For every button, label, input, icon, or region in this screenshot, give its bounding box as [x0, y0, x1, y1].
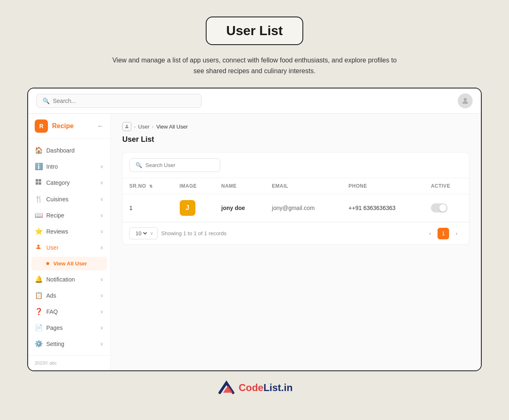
table-container: 🔍 SR.NO ⇅ IMAGE NAME EMAIL PHONE ACTIVE — [122, 152, 469, 245]
col-email: EMAIL — [265, 178, 342, 194]
cell-srno: 1 — [123, 194, 173, 222]
sidebar-item-pages[interactable]: 📄 Pages ∨ — [28, 320, 110, 336]
table-row: 1 J jony doe jony@gmail.com ++9 — [123, 194, 469, 222]
active-toggle[interactable] — [431, 203, 447, 212]
ads-icon: 📋 — [35, 291, 42, 299]
faq-icon: ❓ — [35, 308, 42, 315]
category-icon — [35, 179, 42, 187]
home-icon: 🏠 — [35, 146, 42, 154]
cell-email: jony@gmail.com — [265, 194, 342, 222]
svg-rect-3 — [36, 182, 38, 185]
user-avatar-cell: J — [180, 200, 195, 216]
user-icon — [35, 243, 42, 252]
sidebar-item-ads[interactable]: 📋 Ads ∨ — [28, 287, 110, 303]
sidebar-item-faq[interactable]: ❓ FAQ ∨ — [28, 303, 110, 320]
sidebar-item-setting[interactable]: ⚙️ Setting ∨ — [28, 336, 110, 352]
codelist-brand: CodeList.in — [216, 379, 293, 396]
search-user-field[interactable]: 🔍 — [129, 158, 220, 172]
sidebar-item-user[interactable]: User ∧ — [28, 239, 110, 256]
col-image: IMAGE — [173, 178, 215, 194]
codelist-text: CodeList.in — [239, 382, 293, 394]
sidebar-subitem-view-all-user[interactable]: View All User — [31, 257, 107, 270]
chevron-up-icon: ∧ — [100, 245, 104, 251]
page-title: User List — [226, 23, 283, 38]
sidebar-item-recipe[interactable]: 📖 Recipe ∨ — [28, 207, 110, 223]
top-search-bar[interactable]: 🔍 — [36, 94, 202, 108]
chevron-down-icon: ∨ — [100, 196, 104, 202]
setting-icon: ⚙️ — [35, 340, 42, 348]
sidebar-footer: 2023© abc — [28, 355, 110, 370]
sidebar: R Recipe ← 🏠 Dashboard ℹ️ Intro ∨ — [28, 114, 111, 370]
sidebar-item-reviews[interactable]: ⭐ Reviews ∨ — [28, 223, 110, 239]
cell-active — [424, 194, 469, 222]
table-footer: 10 25 50 ∨ Showing 1 to 1 of 1 records ‹… — [123, 222, 469, 244]
active-dot — [46, 262, 49, 265]
sidebar-collapse-button[interactable]: ← — [97, 122, 104, 130]
user-avatar[interactable] — [458, 93, 473, 108]
cuisines-icon: 🍴 — [35, 195, 42, 203]
chevron-down-icon: ∨ — [150, 231, 153, 236]
svg-rect-2 — [39, 179, 41, 182]
notification-icon: 🔔 — [35, 275, 42, 283]
col-active: ACTIVE — [424, 178, 469, 194]
pagination-prev-button[interactable]: ‹ — [424, 228, 436, 239]
chevron-down-icon: ∨ — [100, 309, 104, 315]
logo-text: Recipe — [52, 122, 74, 130]
sidebar-logo: R Recipe ← — [28, 114, 110, 139]
search-user-icon: 🔍 — [136, 162, 142, 168]
chevron-down-icon: ∨ — [100, 212, 104, 218]
pagination-page-1-button[interactable]: 1 — [438, 228, 449, 239]
col-name: NAME — [215, 178, 266, 194]
records-info: Showing 1 to 1 of 1 records — [161, 230, 421, 236]
breadcrumb-home-icon — [122, 122, 131, 131]
sidebar-nav: 🏠 Dashboard ℹ️ Intro ∨ Category ∨ 🍴 — [28, 139, 110, 355]
sidebar-item-dashboard[interactable]: 🏠 Dashboard — [28, 142, 110, 158]
sidebar-item-notification[interactable]: 🔔 Notification ∨ — [28, 271, 110, 287]
recipe-icon: 📖 — [35, 211, 42, 219]
col-phone: PHONE — [342, 178, 424, 194]
per-page-dropdown[interactable]: 10 25 50 — [134, 230, 148, 237]
logo-icon: R — [35, 119, 48, 133]
chevron-down-icon: ∨ — [100, 293, 104, 298]
search-user-input[interactable] — [145, 162, 214, 168]
page-description: View and manage a list of app users, con… — [110, 55, 399, 76]
chevron-down-icon: ∨ — [100, 229, 104, 234]
chevron-down-icon: ∨ — [100, 325, 104, 331]
search-icon: 🔍 — [43, 98, 50, 104]
main-content: › User › View All User User List 🔍 — [111, 114, 481, 370]
codelist-logo-icon — [216, 379, 236, 396]
table-toolbar: 🔍 — [123, 153, 469, 178]
pages-icon: 📄 — [35, 324, 42, 332]
per-page-select[interactable]: 10 25 50 ∨ — [129, 227, 158, 239]
bottom-branding: CodeList.in — [208, 371, 301, 406]
cell-image: J — [173, 194, 215, 222]
intro-icon: ℹ️ — [35, 162, 42, 170]
cell-name: jony doe — [215, 194, 266, 222]
app-window: 🔍 R Recipe ← 🏠 Dashboard — [27, 88, 482, 371]
breadcrumb: › User › View All User — [122, 122, 469, 131]
chevron-down-icon: ∨ — [100, 180, 104, 186]
page-title-badge: User List — [206, 17, 304, 45]
users-table: SR.NO ⇅ IMAGE NAME EMAIL PHONE ACTIVE 1 — [123, 178, 469, 222]
chevron-down-icon: ∨ — [100, 277, 104, 282]
sidebar-item-cuisines[interactable]: 🍴 Cuisines ∨ — [28, 191, 110, 207]
col-srno[interactable]: SR.NO ⇅ — [123, 178, 173, 194]
sidebar-item-intro[interactable]: ℹ️ Intro ∨ — [28, 158, 110, 174]
reviews-icon: ⭐ — [35, 227, 42, 235]
svg-rect-4 — [39, 182, 41, 185]
svg-rect-1 — [36, 179, 38, 182]
pagination: ‹ 1 › — [424, 228, 462, 239]
cell-phone: ++91 6363636363 — [342, 194, 424, 222]
pagination-next-button[interactable]: › — [451, 228, 462, 239]
chevron-down-icon: ∨ — [100, 341, 104, 347]
section-title: User List — [122, 135, 469, 144]
svg-point-5 — [37, 245, 39, 247]
chevron-down-icon: ∨ — [100, 164, 104, 169]
svg-point-0 — [464, 98, 467, 101]
sidebar-item-category[interactable]: Category ∨ — [28, 174, 110, 191]
svg-point-6 — [126, 125, 128, 126]
top-bar: 🔍 — [28, 88, 481, 114]
app-body: R Recipe ← 🏠 Dashboard ℹ️ Intro ∨ — [28, 114, 481, 370]
top-search-input[interactable] — [53, 98, 195, 104]
